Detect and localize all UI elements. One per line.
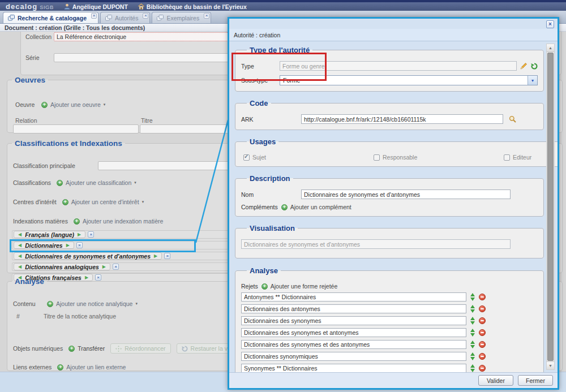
move-left-icon[interactable]: ◀ bbox=[18, 263, 22, 270]
subject-tag-label: Dictionnaires de synonymes et d'antonyme… bbox=[25, 253, 151, 260]
rejected-form-input[interactable] bbox=[241, 340, 466, 349]
close-dialog-icon[interactable]: × bbox=[546, 20, 554, 28]
restore-icon bbox=[182, 346, 188, 352]
scrollbar-thumb[interactable] bbox=[547, 53, 554, 361]
move-right-icon[interactable]: ▶ bbox=[102, 263, 106, 270]
current-user: Angélique DUPONT bbox=[64, 3, 128, 10]
sort-updown-icon[interactable] bbox=[470, 317, 475, 325]
code-section: Code ARK bbox=[235, 99, 544, 130]
tab[interactable]: Exemplaires × bbox=[152, 12, 211, 23]
relation-input[interactable] bbox=[13, 124, 139, 133]
rejected-form-row bbox=[241, 304, 538, 313]
remove-row-icon[interactable] bbox=[479, 305, 486, 312]
plus-icon: + bbox=[68, 346, 75, 352]
plus-icon: + bbox=[57, 364, 63, 371]
visualisation-section: Visualisation bbox=[235, 224, 544, 259]
remove-row-icon[interactable] bbox=[479, 341, 486, 348]
sort-updown-icon[interactable] bbox=[470, 305, 475, 313]
sort-updown-icon[interactable] bbox=[470, 293, 475, 301]
rejected-form-input[interactable] bbox=[241, 316, 466, 325]
subject-tag[interactable]: ◀ Dictionnaires de synonymes et d'antony… bbox=[14, 252, 162, 260]
close-tab-icon[interactable]: × bbox=[204, 13, 209, 19]
ark-row: ARK bbox=[241, 114, 538, 124]
fermer-button[interactable]: Fermer bbox=[518, 375, 553, 386]
analyse-title: Analyse bbox=[12, 277, 47, 286]
user-name: Angélique DUPONT bbox=[72, 3, 128, 10]
remove-tag-icon[interactable]: × bbox=[88, 231, 94, 238]
rejected-form-row bbox=[241, 364, 538, 372]
usage-checkbox: Responsable bbox=[374, 154, 504, 161]
add-indexation-button[interactable]: + Ajouter une indexation matière bbox=[74, 218, 163, 225]
subject-tag-label: Dictionnaires analogiques bbox=[25, 264, 99, 270]
rejected-form-input[interactable] bbox=[241, 352, 466, 361]
indexations-label: Indexations matières bbox=[13, 218, 68, 225]
rejets-list bbox=[241, 292, 538, 372]
rejected-form-input[interactable] bbox=[241, 328, 466, 337]
close-tab-icon[interactable]: × bbox=[143, 13, 148, 19]
move-left-icon[interactable]: ◀ bbox=[18, 252, 22, 260]
rejected-form-input[interactable] bbox=[241, 304, 466, 313]
copies-tab-icon bbox=[157, 15, 164, 21]
move-right-icon[interactable]: ▶ bbox=[154, 252, 157, 260]
rejets-label: Rejets bbox=[241, 283, 258, 290]
nom-input[interactable] bbox=[301, 189, 511, 199]
scroll-down-icon[interactable]: ▼ bbox=[547, 361, 554, 369]
rejected-form-row bbox=[241, 352, 538, 361]
add-rejet-row: Rejets + Ajouter une forme rejetée bbox=[241, 283, 538, 290]
remove-row-icon[interactable] bbox=[479, 294, 486, 300]
transferer-button[interactable]: + Transférer bbox=[68, 345, 105, 352]
remove-row-icon[interactable] bbox=[479, 353, 486, 360]
oeuvres-title: Oeuvres bbox=[12, 76, 48, 84]
sort-updown-icon[interactable] bbox=[470, 364, 475, 372]
chevron-down-icon: ▾ bbox=[135, 301, 138, 306]
tab[interactable]: Autorités × bbox=[100, 12, 150, 23]
subject-tag[interactable]: ◀ Français (langue) ▶ bbox=[14, 231, 85, 238]
scroll-up-icon[interactable]: ▲ bbox=[547, 44, 554, 52]
notice-title-column-header: Titre de la notice analytique bbox=[44, 313, 116, 320]
move-left-icon[interactable]: ◀ bbox=[18, 231, 22, 238]
valider-button[interactable]: Valider bbox=[478, 375, 513, 386]
tab[interactable]: Recherche & catalogage × bbox=[3, 12, 98, 23]
plus-icon: + bbox=[281, 204, 288, 210]
objets-label: Objets numériques bbox=[13, 345, 63, 352]
close-tab-icon[interactable]: × bbox=[91, 13, 97, 19]
rejected-form-input[interactable] bbox=[241, 292, 466, 301]
classifications-title: Classifications et Indexations bbox=[12, 139, 125, 148]
ark-input[interactable] bbox=[301, 114, 503, 124]
relation-column-header: Relation bbox=[15, 117, 37, 124]
remove-row-icon[interactable] bbox=[479, 317, 486, 324]
sort-updown-icon[interactable] bbox=[470, 352, 475, 360]
complements-label: Compléments bbox=[241, 204, 278, 210]
add-notice-button[interactable]: + Ajouter une notice analytique ▾ bbox=[47, 300, 138, 307]
sort-updown-icon[interactable] bbox=[470, 329, 475, 337]
titre-column-header: Titre bbox=[141, 117, 153, 124]
edit-pencil-icon[interactable] bbox=[520, 62, 528, 70]
user-icon bbox=[64, 3, 70, 10]
usages-checkboxes: Sujet Responsable Editeur bbox=[241, 154, 558, 161]
sort-updown-icon[interactable] bbox=[470, 341, 475, 348]
remove-row-icon[interactable] bbox=[479, 365, 486, 372]
move-right-icon[interactable]: ▶ bbox=[78, 231, 81, 238]
dialog-scrollbar[interactable]: ▲ ▼ bbox=[546, 44, 555, 370]
add-classification-button[interactable]: + Ajouter une classification ▾ bbox=[57, 179, 136, 186]
rejected-form-input[interactable] bbox=[241, 364, 466, 372]
rejected-form-row bbox=[241, 340, 538, 349]
home-icon bbox=[138, 3, 144, 10]
subject-tag[interactable]: ◀ Dictionnaires analogiques ▶ bbox=[14, 263, 110, 270]
authorities-tab-icon bbox=[105, 15, 112, 21]
chevron-down-icon[interactable]: ▾ bbox=[528, 76, 537, 85]
add-rejet-button[interactable]: + Ajouter une forme rejetée bbox=[261, 283, 337, 290]
remove-tag-icon[interactable]: × bbox=[164, 253, 170, 259]
add-lien-button[interactable]: + Ajouter un lien externe bbox=[57, 364, 126, 371]
add-complement-button[interactable]: + Ajouter un complément bbox=[281, 204, 351, 210]
search-icon[interactable] bbox=[509, 115, 516, 123]
checkbox-icon bbox=[504, 154, 510, 161]
add-centre-button[interactable]: + Ajouter un centre d'intérêt ▾ bbox=[62, 199, 144, 205]
remove-tag-icon[interactable]: × bbox=[113, 264, 119, 270]
tab-label: Recherche & catalogage bbox=[18, 15, 87, 21]
add-oeuvre-button[interactable]: + Ajouter une oeuvre ▾ bbox=[41, 101, 105, 108]
nom-label: Nom bbox=[241, 191, 298, 198]
current-library: Bibliothèque du bassin de l'Eyrieux bbox=[138, 3, 247, 10]
remove-row-icon[interactable] bbox=[479, 329, 486, 336]
reset-undo-icon[interactable] bbox=[531, 63, 538, 70]
